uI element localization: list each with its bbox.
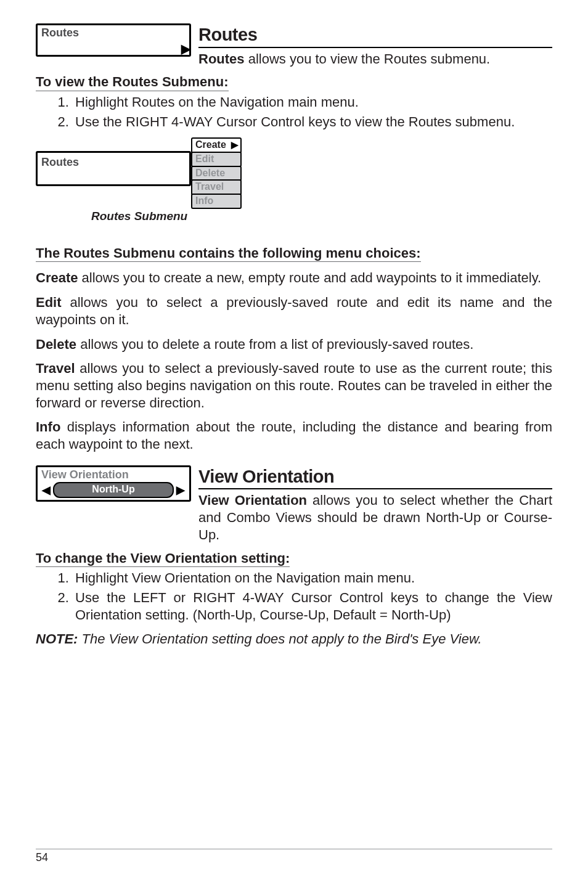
vo-steps: Highlight View Orientation on the Naviga… xyxy=(36,570,552,623)
routes-submenu-figure: Routes Create ▶ Edit Delete Travel Info … xyxy=(36,137,552,223)
view-orientation-value: North-Up xyxy=(53,482,174,497)
vo-note-label: NOTE: xyxy=(36,631,78,647)
routes-steps: Highlight Routes on the Navigation main … xyxy=(36,94,552,130)
triangle-left-icon: ◀ xyxy=(41,483,51,497)
vo-note: NOTE: The View Orientation setting does … xyxy=(36,631,552,648)
submenu-item-create: Create ▶ xyxy=(191,137,242,153)
routes-step-2: Use the RIGHT 4-WAY Cursor Control keys … xyxy=(73,113,552,131)
create-text: allows you to create a new, empty route … xyxy=(78,270,541,285)
travel-text: allows you to select a previously-saved … xyxy=(36,361,552,410)
travel-option: Travel allows you to select a previously… xyxy=(36,360,552,411)
routes-submenu-main: Routes xyxy=(36,151,191,186)
routes-step-1: Highlight Routes on the Navigation main … xyxy=(73,94,552,111)
routes-view-header: To view the Routes Submenu: xyxy=(36,73,229,91)
submenu-item-edit: Edit xyxy=(191,152,242,167)
vo-note-text: The View Orientation setting does not ap… xyxy=(78,631,481,647)
submenu-item-travel: Travel xyxy=(191,179,242,195)
routes-menu-label: Routes xyxy=(41,27,79,39)
routes-heading: Routes xyxy=(198,23,552,48)
create-bold: Create xyxy=(36,270,78,285)
triangle-right-icon: ▶ xyxy=(176,483,186,497)
edit-bold: Edit xyxy=(36,295,62,310)
submenu-item-delete: Delete xyxy=(191,166,242,181)
view-orientation-box-label: View Orientation xyxy=(41,468,186,482)
routes-menu-box: Routes ▶ xyxy=(36,23,191,57)
vo-step-1: Highlight View Orientation on the Naviga… xyxy=(73,570,552,587)
info-text: displays information about the route, in… xyxy=(36,419,552,452)
edit-text: allows you to select a previously-saved … xyxy=(36,295,552,327)
play-icon: ▶ xyxy=(181,41,190,57)
routes-submenu-list: Create ▶ Edit Delete Travel Info xyxy=(191,137,242,207)
info-bold: Info xyxy=(36,419,60,435)
view-orientation-box: View Orientation ◀ North-Up ▶ xyxy=(36,465,191,502)
edit-option: Edit allows you to select a previously-s… xyxy=(36,294,552,328)
view-orientation-intro: View Orientation allows you to select wh… xyxy=(198,492,552,543)
create-option: Create allows you to create a new, empty… xyxy=(36,269,552,287)
routes-submenu-caption: Routes Submenu xyxy=(91,209,552,224)
routes-intro: Routes allows you to view the Routes sub… xyxy=(198,51,552,68)
submenu-item-info: Info xyxy=(191,194,242,209)
play-icon: ▶ xyxy=(231,139,239,151)
delete-text: allows you to delete a route from a list… xyxy=(76,337,473,352)
routes-intro-bold: Routes xyxy=(198,51,245,67)
routes-choices-header: The Routes Submenu contains the followin… xyxy=(36,245,421,263)
delete-option: Delete allows you to delete a route from… xyxy=(36,336,552,353)
travel-bold: Travel xyxy=(36,361,75,376)
delete-bold: Delete xyxy=(36,337,76,352)
vo-intro-bold: View Orientation xyxy=(198,492,307,508)
submenu-label-create: Create xyxy=(195,139,226,150)
vo-step-2: Use the LEFT or RIGHT 4-WAY Cursor Contr… xyxy=(73,589,552,623)
info-option: Info displays information about the rout… xyxy=(36,419,552,452)
vo-change-header: To change the View Orientation setting: xyxy=(36,550,290,568)
view-orientation-heading: View Orientation xyxy=(198,465,552,490)
routes-intro-text: allows you to view the Routes submenu. xyxy=(245,51,491,67)
